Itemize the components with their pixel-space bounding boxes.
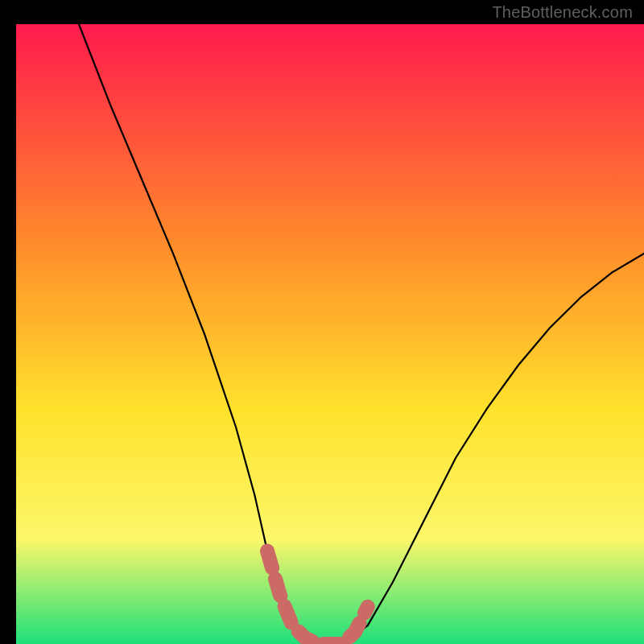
bottleneck-chart	[0, 0, 644, 644]
gradient-background	[16, 24, 644, 644]
chart-stage: TheBottleneck.com	[0, 0, 644, 644]
watermark-text: TheBottleneck.com	[492, 3, 633, 22]
